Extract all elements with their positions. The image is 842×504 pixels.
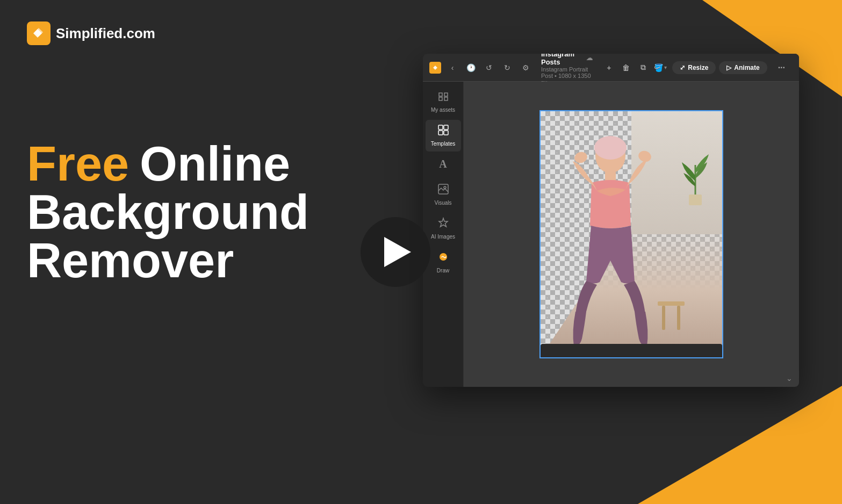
duplicate-button[interactable]: ⧉ [636,60,651,75]
draw-icon [437,251,449,265]
toolbar-title: Instagram Posts ☁ [541,54,593,66]
logo-text: Simplified.com [56,25,155,42]
sidebar-item-ai-images-label: AI Images [431,234,455,240]
ai-images-icon [437,217,449,232]
toolbar: ‹ 🕐 ↺ ↻ ⚙ Instagram Posts ☁ Instagram Po… [423,54,799,82]
logo-area: Simplified.com [27,21,155,45]
yoga-mat [541,344,722,357]
svg-rect-2 [444,125,448,129]
play-button[interactable] [361,217,430,287]
app-window: ‹ 🕐 ↺ ↻ ⚙ Instagram Posts ☁ Instagram Po… [423,54,799,387]
scroll-down-chevron-icon[interactable]: ⌄ [786,374,793,383]
svg-rect-4 [444,131,448,135]
resize-button[interactable]: ⤢ Resize [672,61,716,74]
sidebar-item-my-assets[interactable]: My assets [426,86,461,118]
templates-icon [437,124,449,139]
toolbar-icon-group: + 🗑 ⧉ 🪣 ▾ [601,60,668,75]
main-area: My assets Templates A [423,82,799,387]
fill-button[interactable]: 🪣 ▾ [653,60,668,75]
headline-line1: Free Online [27,140,309,188]
headline: Free Online Background Remover [27,140,309,285]
settings-button[interactable]: ⚙ [519,61,532,75]
svg-rect-8 [689,195,702,205]
visuals-icon [437,183,449,198]
resize-icon: ⤢ [680,64,685,71]
animate-icon: ▷ [726,64,731,71]
sidebar-item-my-assets-label: My assets [431,107,455,113]
headline-line2: Background [27,188,309,236]
sidebar-item-visuals-label: Visuals [434,200,451,206]
toolbar-title-area: Instagram Posts ☁ Instagram Portrait Pos… [541,54,593,85]
sidebar: My assets Templates A [423,82,464,387]
canvas-area: ⌄ [464,82,799,387]
text-icon: A [439,158,447,170]
svg-rect-1 [438,125,443,129]
redo-button[interactable]: ↻ [500,61,514,75]
svg-point-16 [637,149,652,163]
sidebar-item-templates-label: Templates [431,141,456,147]
my-assets-icon [437,90,449,105]
delete-button[interactable]: 🗑 [618,60,634,75]
toolbar-logo [429,62,441,74]
orange-triangle-bottom [638,386,842,504]
sidebar-item-ai-images[interactable]: AI Images [426,213,461,244]
toolbar-actions: ⤢ Resize ▷ Animate ··· [672,60,793,75]
headline-online: Online [140,140,290,188]
svg-point-13 [594,136,627,160]
sidebar-item-text[interactable]: A [426,154,461,177]
back-button[interactable]: ‹ [445,61,459,75]
more-options-button[interactable]: ··· [771,60,793,75]
plant-element [679,143,711,210]
add-element-button[interactable]: + [601,60,616,75]
svg-rect-3 [438,131,443,135]
undo-button[interactable]: ↺ [482,61,496,75]
headline-free: Free [27,140,129,188]
fill-chevron-icon: ▾ [664,64,667,70]
cloud-icon: ☁ [586,54,593,62]
logo-icon [27,21,51,45]
headline-line3: Remover [27,236,309,285]
sidebar-item-draw-label: Draw [437,268,449,274]
history-button[interactable]: 🕐 [464,61,478,75]
animate-button[interactable]: ▷ Animate [719,61,767,74]
yoga-person [551,132,670,357]
svg-rect-11 [677,306,680,330]
sidebar-item-templates[interactable]: Templates [426,120,461,152]
play-triangle-icon [384,237,411,267]
sidebar-item-visuals[interactable]: Visuals [426,179,461,211]
svg-point-6 [444,186,446,189]
canvas-content[interactable] [540,111,723,358]
